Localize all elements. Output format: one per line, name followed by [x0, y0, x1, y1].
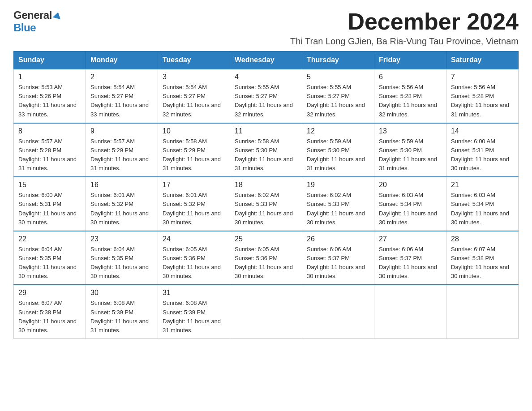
day-info-11: Sunrise: 5:58 AMSunset: 5:30 PMDaylight:…	[235, 138, 293, 171]
calendar-day-22: 22 Sunrise: 6:04 AMSunset: 5:35 PMDaylig…	[14, 231, 86, 285]
day-number-1: 1	[18, 73, 81, 81]
day-number-19: 19	[307, 181, 369, 189]
weekday-header-wednesday: Wednesday	[230, 51, 302, 69]
day-number-24: 24	[163, 235, 225, 243]
calendar-day-7: 7 Sunrise: 5:56 AMSunset: 5:28 PMDayligh…	[446, 69, 519, 123]
day-info-24: Sunrise: 6:05 AMSunset: 5:36 PMDaylight:…	[163, 246, 221, 279]
day-number-13: 13	[379, 127, 442, 135]
empty-cell-w4-c3	[230, 285, 302, 338]
day-number-22: 22	[18, 235, 81, 243]
day-info-28: Sunrise: 6:07 AMSunset: 5:38 PMDaylight:…	[451, 246, 509, 279]
calendar-week-3: 15 Sunrise: 6:00 AMSunset: 5:31 PMDaylig…	[14, 177, 519, 231]
page-header: General Blue December 2024 Thi Tran Long…	[13, 9, 519, 47]
calendar-day-13: 13 Sunrise: 5:59 AMSunset: 5:30 PMDaylig…	[374, 123, 446, 177]
calendar-day-24: 24 Sunrise: 6:05 AMSunset: 5:36 PMDaylig…	[158, 231, 230, 285]
weekday-header-friday: Friday	[374, 51, 446, 69]
title-block: December 2024 Thi Tran Long GJien, Ba Ri…	[290, 9, 519, 47]
calendar-day-18: 18 Sunrise: 6:02 AMSunset: 5:33 PMDaylig…	[230, 177, 302, 231]
day-info-30: Sunrise: 6:08 AMSunset: 5:39 PMDaylight:…	[90, 300, 149, 333]
logo-general-text: General	[13, 9, 52, 21]
day-info-14: Sunrise: 6:00 AMSunset: 5:31 PMDaylight:…	[451, 138, 509, 171]
weekday-header-tuesday: Tuesday	[158, 51, 230, 69]
weekday-header-thursday: Thursday	[302, 51, 374, 69]
day-number-26: 26	[307, 235, 369, 243]
day-number-25: 25	[235, 235, 297, 243]
calendar-day-21: 21 Sunrise: 6:03 AMSunset: 5:34 PMDaylig…	[446, 177, 519, 231]
day-info-22: Sunrise: 6:04 AMSunset: 5:35 PMDaylight:…	[18, 246, 77, 279]
day-number-30: 30	[90, 289, 153, 297]
day-info-9: Sunrise: 5:57 AMSunset: 5:29 PMDaylight:…	[90, 138, 149, 171]
calendar-day-23: 23 Sunrise: 6:04 AMSunset: 5:35 PMDaylig…	[86, 231, 158, 285]
calendar-day-30: 30 Sunrise: 6:08 AMSunset: 5:39 PMDaylig…	[86, 285, 158, 338]
day-info-5: Sunrise: 5:55 AMSunset: 5:27 PMDaylight:…	[307, 84, 365, 117]
weekday-header-row: SundayMondayTuesdayWednesdayThursdayFrid…	[14, 51, 519, 69]
calendar-day-16: 16 Sunrise: 6:01 AMSunset: 5:32 PMDaylig…	[86, 177, 158, 231]
day-info-19: Sunrise: 6:02 AMSunset: 5:33 PMDaylight:…	[307, 192, 365, 225]
calendar-day-5: 5 Sunrise: 5:55 AMSunset: 5:27 PMDayligh…	[302, 69, 374, 123]
day-number-14: 14	[451, 127, 514, 135]
day-info-21: Sunrise: 6:03 AMSunset: 5:34 PMDaylight:…	[451, 192, 509, 225]
day-info-8: Sunrise: 5:57 AMSunset: 5:28 PMDaylight:…	[18, 138, 77, 171]
calendar-day-8: 8 Sunrise: 5:57 AMSunset: 5:28 PMDayligh…	[14, 123, 86, 177]
calendar-day-15: 15 Sunrise: 6:00 AMSunset: 5:31 PMDaylig…	[14, 177, 86, 231]
day-info-25: Sunrise: 6:05 AMSunset: 5:36 PMDaylight:…	[235, 246, 293, 279]
day-number-27: 27	[379, 235, 442, 243]
calendar-day-31: 31 Sunrise: 6:08 AMSunset: 5:39 PMDaylig…	[158, 285, 230, 338]
calendar-day-3: 3 Sunrise: 5:54 AMSunset: 5:27 PMDayligh…	[158, 69, 230, 123]
day-info-29: Sunrise: 6:07 AMSunset: 5:38 PMDaylight:…	[18, 300, 77, 333]
calendar-day-20: 20 Sunrise: 6:03 AMSunset: 5:34 PMDaylig…	[374, 177, 446, 231]
day-info-7: Sunrise: 5:56 AMSunset: 5:28 PMDaylight:…	[451, 84, 509, 117]
day-info-3: Sunrise: 5:54 AMSunset: 5:27 PMDaylight:…	[163, 84, 221, 117]
day-info-10: Sunrise: 5:58 AMSunset: 5:29 PMDaylight:…	[163, 138, 221, 171]
day-number-31: 31	[163, 289, 225, 297]
calendar-day-14: 14 Sunrise: 6:00 AMSunset: 5:31 PMDaylig…	[446, 123, 519, 177]
calendar-day-9: 9 Sunrise: 5:57 AMSunset: 5:29 PMDayligh…	[86, 123, 158, 177]
logo-blue-text: Blue	[13, 21, 36, 34]
logo: General Blue	[13, 9, 61, 34]
day-info-1: Sunrise: 5:53 AMSunset: 5:26 PMDaylight:…	[18, 84, 77, 117]
day-info-13: Sunrise: 5:59 AMSunset: 5:30 PMDaylight:…	[379, 138, 437, 171]
day-info-2: Sunrise: 5:54 AMSunset: 5:27 PMDaylight:…	[90, 84, 149, 117]
day-info-27: Sunrise: 6:06 AMSunset: 5:37 PMDaylight:…	[379, 246, 437, 279]
empty-cell-w4-c5	[374, 285, 446, 338]
calendar-day-11: 11 Sunrise: 5:58 AMSunset: 5:30 PMDaylig…	[230, 123, 302, 177]
day-info-26: Sunrise: 6:06 AMSunset: 5:37 PMDaylight:…	[307, 246, 365, 279]
day-number-9: 9	[90, 127, 153, 135]
location-title: Thi Tran Long GJien, Ba Ria-Vung Tau Pro…	[290, 36, 519, 47]
day-number-3: 3	[163, 73, 225, 81]
day-number-16: 16	[90, 181, 153, 189]
day-number-5: 5	[307, 73, 369, 81]
day-info-31: Sunrise: 6:08 AMSunset: 5:39 PMDaylight:…	[163, 300, 221, 333]
calendar-day-26: 26 Sunrise: 6:06 AMSunset: 5:37 PMDaylig…	[302, 231, 374, 285]
day-info-16: Sunrise: 6:01 AMSunset: 5:32 PMDaylight:…	[90, 192, 149, 225]
day-info-15: Sunrise: 6:00 AMSunset: 5:31 PMDaylight:…	[18, 192, 77, 225]
calendar-day-25: 25 Sunrise: 6:05 AMSunset: 5:36 PMDaylig…	[230, 231, 302, 285]
calendar-week-5: 29 Sunrise: 6:07 AMSunset: 5:38 PMDaylig…	[14, 285, 519, 338]
day-number-7: 7	[451, 73, 514, 81]
empty-cell-w4-c4	[302, 285, 374, 338]
empty-cell-w4-c6	[446, 285, 519, 338]
calendar-day-12: 12 Sunrise: 5:59 AMSunset: 5:30 PMDaylig…	[302, 123, 374, 177]
day-number-23: 23	[90, 235, 153, 243]
calendar-day-2: 2 Sunrise: 5:54 AMSunset: 5:27 PMDayligh…	[86, 69, 158, 123]
weekday-header-monday: Monday	[86, 51, 158, 69]
day-number-29: 29	[18, 289, 81, 297]
month-title: December 2024	[290, 9, 519, 34]
calendar-day-6: 6 Sunrise: 5:56 AMSunset: 5:28 PMDayligh…	[374, 69, 446, 123]
calendar-week-4: 22 Sunrise: 6:04 AMSunset: 5:35 PMDaylig…	[14, 231, 519, 285]
calendar-day-10: 10 Sunrise: 5:58 AMSunset: 5:29 PMDaylig…	[158, 123, 230, 177]
day-number-12: 12	[307, 127, 369, 135]
day-number-11: 11	[235, 127, 297, 135]
day-info-23: Sunrise: 6:04 AMSunset: 5:35 PMDaylight:…	[90, 246, 149, 279]
calendar-day-19: 19 Sunrise: 6:02 AMSunset: 5:33 PMDaylig…	[302, 177, 374, 231]
day-info-18: Sunrise: 6:02 AMSunset: 5:33 PMDaylight:…	[235, 192, 293, 225]
day-info-4: Sunrise: 5:55 AMSunset: 5:27 PMDaylight:…	[235, 84, 293, 117]
day-info-20: Sunrise: 6:03 AMSunset: 5:34 PMDaylight:…	[379, 192, 437, 225]
day-info-12: Sunrise: 5:59 AMSunset: 5:30 PMDaylight:…	[307, 138, 365, 171]
calendar-table: SundayMondayTuesdayWednesdayThursdayFrid…	[13, 51, 519, 339]
calendar-week-1: 1 Sunrise: 5:53 AMSunset: 5:26 PMDayligh…	[14, 69, 519, 123]
logo-triangle-icon	[52, 11, 62, 19]
day-info-17: Sunrise: 6:01 AMSunset: 5:32 PMDaylight:…	[163, 192, 221, 225]
day-number-6: 6	[379, 73, 442, 81]
calendar-day-1: 1 Sunrise: 5:53 AMSunset: 5:26 PMDayligh…	[14, 69, 86, 123]
